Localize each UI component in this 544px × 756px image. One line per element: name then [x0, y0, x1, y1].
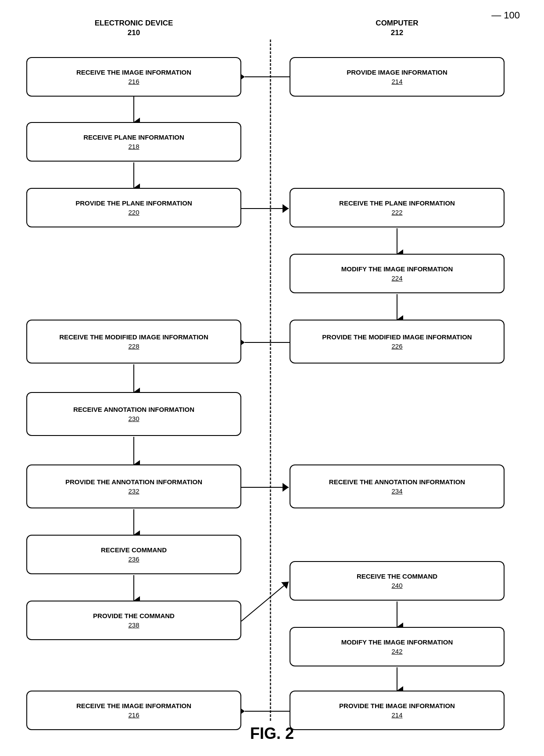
- box-240: RECEIVE THE COMMAND 240: [290, 561, 505, 601]
- box-220: PROVIDE THE PLANE INFORMATION 220: [26, 188, 241, 227]
- box-222: RECEIVE THE PLANE INFORMATION 222: [290, 188, 505, 227]
- box-238: PROVIDE THE COMMAND 238: [26, 601, 241, 640]
- box-224: MODIFY THE IMAGE INFORMATION 224: [290, 254, 505, 293]
- box-230: RECEIVE ANNOTATION INFORMATION 230: [26, 392, 241, 436]
- column-divider: [270, 40, 271, 721]
- box-216a: RECEIVE THE IMAGE INFORMATION 216: [26, 57, 241, 97]
- box-232: PROVIDE THE ANNOTATION INFORMATION 232: [26, 464, 241, 508]
- svg-line-15: [241, 582, 289, 621]
- right-col-header: COMPUTER 212: [290, 18, 505, 38]
- figure-label: FIG. 2: [0, 724, 544, 743]
- left-col-header: ELECTRONIC DEVICE 210: [26, 18, 241, 38]
- box-226: PROVIDE THE MODIFIED IMAGE INFORMATION 2…: [290, 320, 505, 364]
- box-214: PROVIDE IMAGE INFORMATION 214: [290, 57, 505, 97]
- box-218: RECEIVE PLANE INFORMATION 218: [26, 122, 241, 162]
- box-228: RECEIVE THE MODIFIED IMAGE INFORMATION 2…: [26, 320, 241, 364]
- box-242: MODIFY THE IMAGE INFORMATION 242: [290, 627, 505, 666]
- box-236: RECEIVE COMMAND 236: [26, 535, 241, 574]
- box-234: RECEIVE THE ANNOTATION INFORMATION 234: [290, 464, 505, 508]
- diagram-container: — 100 ELECTRONIC DEVICE 210 COMPUTER 212: [0, 0, 544, 756]
